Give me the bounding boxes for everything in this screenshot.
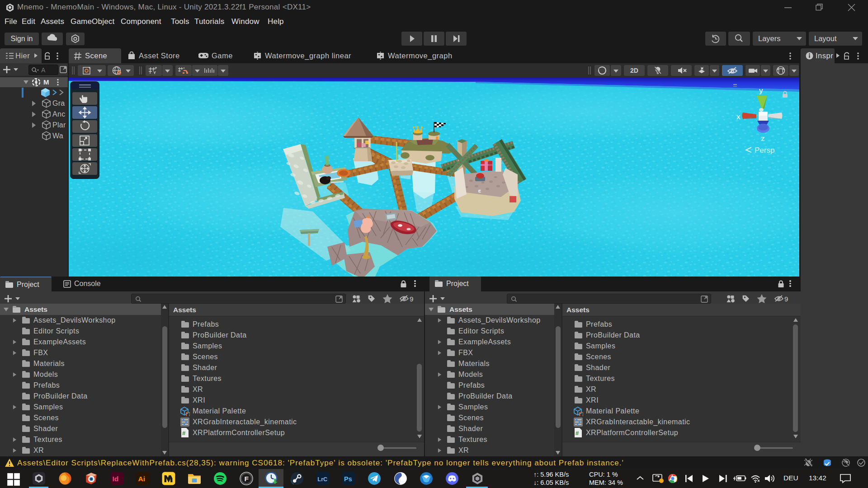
svg-text:Y: Y bbox=[153, 70, 156, 75]
svg-text:#: # bbox=[182, 430, 186, 436]
svg-text:Ai: Ai bbox=[138, 475, 145, 483]
svg-text:Ps: Ps bbox=[344, 475, 352, 483]
svg-text:{}: {} bbox=[578, 412, 583, 416]
svg-text:F: F bbox=[245, 475, 249, 483]
svg-text:9: 9 bbox=[410, 295, 413, 303]
svg-text:#: # bbox=[576, 430, 579, 436]
svg-text:LrC: LrC bbox=[317, 476, 327, 483]
svg-text:9: 9 bbox=[784, 295, 788, 303]
svg-text:E: E bbox=[478, 189, 481, 193]
svg-text:y: y bbox=[759, 86, 763, 95]
svg-text:Persp: Persp bbox=[755, 146, 774, 155]
svg-text:x: x bbox=[736, 113, 741, 121]
svg-text:z: z bbox=[761, 134, 765, 143]
svg-text:Id: Id bbox=[112, 475, 118, 483]
svg-text:{}: {} bbox=[185, 412, 190, 416]
